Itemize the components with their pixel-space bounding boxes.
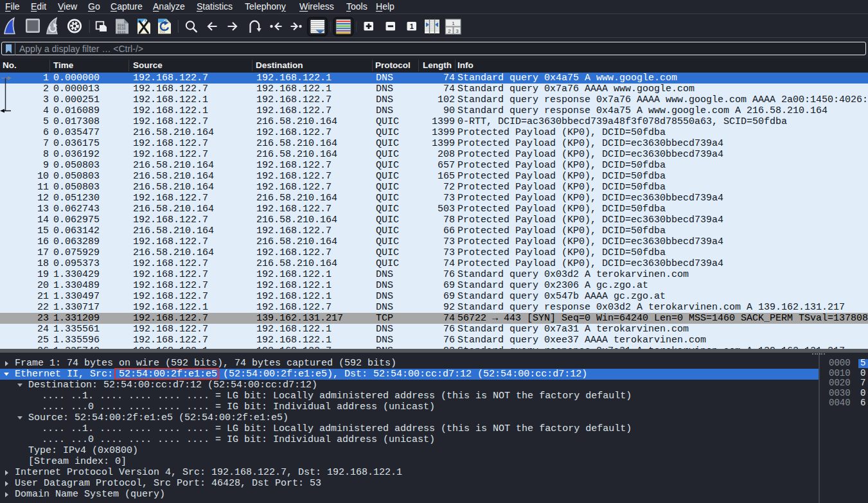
svg-text:2: 2 bbox=[448, 28, 451, 34]
svg-text:0111: 0111 bbox=[118, 31, 125, 35]
svg-text:1: 1 bbox=[452, 21, 455, 26]
svg-text:1: 1 bbox=[410, 22, 414, 30]
svg-text:3: 3 bbox=[456, 28, 459, 34]
